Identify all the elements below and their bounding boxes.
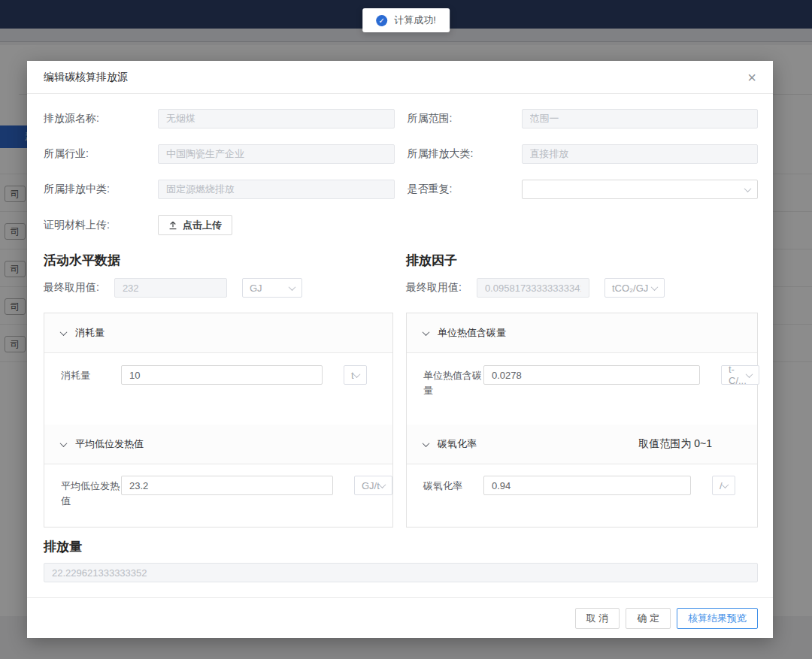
carbon-content-row-label: 单位热值含碳量 xyxy=(423,365,483,398)
source-name-label: 排放源名称: xyxy=(44,112,158,125)
cancel-button[interactable]: 取 消 xyxy=(575,608,620,629)
field-duplicate: 是否重复: xyxy=(408,180,759,199)
major-category-label: 所属排放大类: xyxy=(408,147,522,161)
mid-category-input xyxy=(158,180,395,199)
oxidation-rate-row-label: 碳氧化率 xyxy=(423,476,483,494)
success-toast: ✓ 计算成功! xyxy=(362,8,450,32)
close-icon[interactable]: × xyxy=(747,70,756,85)
consumption-panel-body: 消耗量 t xyxy=(44,353,392,425)
dialog-body: 排放源名称: 所属范围: 所属行业: 所属排放大类: 所属排放中类: 是否重复: xyxy=(27,94,773,597)
major-category-input xyxy=(522,144,759,164)
factor-section: 排放因子 最终取用值: tCO₂/GJ 单位热值含碳量 单位热值含碳 xyxy=(406,252,758,528)
consumption-panel-header[interactable]: 消耗量 xyxy=(44,313,392,353)
factor-final-input xyxy=(477,278,589,298)
carbon-content-unit-select: t-C/... xyxy=(721,365,759,385)
chevron-down-icon xyxy=(744,185,752,192)
toast-message: 计算成功! xyxy=(394,14,436,27)
oxidation-rate-panel-body: 碳氧化率 / xyxy=(407,464,757,527)
carbon-content-panel-body: 单位热值含碳量 t-C/... xyxy=(407,353,757,425)
source-name-input xyxy=(158,109,395,128)
field-industry: 所属行业: xyxy=(44,144,395,164)
consumption-unit-select: t xyxy=(344,365,367,385)
chevron-down-icon xyxy=(650,283,658,291)
consumption-panel-title: 消耗量 xyxy=(75,326,105,340)
scope-label: 所属范围: xyxy=(408,112,522,125)
activity-unit-value: GJ xyxy=(250,283,262,294)
factor-heading: 排放因子 xyxy=(406,252,758,269)
factor-unit-value: tCO₂/GJ xyxy=(612,283,648,294)
preview-result-button[interactable]: 核算结果预览 xyxy=(677,608,758,629)
dialog-footer: 取 消 确 定 核算结果预览 xyxy=(27,597,773,638)
chevron-down-icon xyxy=(423,440,430,447)
carbon-content-input[interactable] xyxy=(483,365,700,385)
activity-final-label: 最终取用值: xyxy=(44,281,99,295)
activity-final-row: 最终取用值: GJ xyxy=(44,278,393,298)
chevron-down-icon xyxy=(288,283,295,291)
carbon-content-unit: t-C/... xyxy=(729,364,747,386)
emission-heading: 排放量 xyxy=(44,538,758,555)
heating-value-panel-title: 平均低位发热值 xyxy=(75,437,144,451)
data-sections: 活动水平数据 最终取用值: GJ 消耗量 消耗量 xyxy=(44,252,758,528)
field-upload: 证明材料上传: 点击上传 xyxy=(44,215,395,235)
field-major-category: 所属排放大类: xyxy=(408,144,759,164)
chevron-down-icon xyxy=(745,370,753,378)
scope-input xyxy=(522,109,759,128)
confirm-button[interactable]: 确 定 xyxy=(626,608,671,629)
consumption-row-label: 消耗量 xyxy=(61,365,121,383)
heating-value-row-label: 平均低位发热值 xyxy=(61,476,121,508)
factor-collapse: 单位热值含碳量 单位热值含碳量 t-C/... xyxy=(406,313,758,528)
oxidation-rate-range-note: 取值范围为 0~1 xyxy=(638,437,712,451)
emission-total-input xyxy=(44,563,758,582)
duplicate-select[interactable] xyxy=(522,180,759,199)
chevron-down-icon xyxy=(60,328,68,336)
factor-final-label: 最终取用值: xyxy=(406,281,462,295)
industry-input xyxy=(158,144,395,164)
oxidation-rate-input[interactable] xyxy=(483,476,691,495)
upload-button-label: 点击上传 xyxy=(183,219,222,232)
chevron-down-icon xyxy=(423,328,430,336)
factor-final-row: 最终取用值: tCO₂/GJ xyxy=(406,278,758,298)
check-circle-icon: ✓ xyxy=(376,15,387,26)
heating-value-unit: GJ/t xyxy=(362,480,380,491)
field-source-name: 排放源名称: xyxy=(44,109,395,128)
field-scope: 所属范围: xyxy=(408,109,759,128)
dialog-title: 编辑碳核算排放源 xyxy=(44,71,128,84)
chevron-down-icon xyxy=(60,440,68,447)
industry-label: 所属行业: xyxy=(44,147,158,161)
oxidation-rate-unit-select: / xyxy=(712,476,735,495)
heating-value-panel-header[interactable]: 平均低位发热值 xyxy=(44,425,392,464)
upload-icon xyxy=(168,221,177,230)
mid-category-label: 所属排放中类: xyxy=(44,183,158,196)
upload-label: 证明材料上传: xyxy=(44,219,158,232)
consumption-input[interactable] xyxy=(121,365,323,385)
carbon-content-panel-title: 单位热值含碳量 xyxy=(438,326,506,340)
carbon-content-panel-header[interactable]: 单位热值含碳量 xyxy=(407,313,757,353)
dialog-header: 编辑碳核算排放源 × xyxy=(27,61,773,94)
heating-value-panel-body: 平均低位发热值 GJ/t xyxy=(44,464,392,527)
edit-emission-source-dialog: 编辑碳核算排放源 × 排放源名称: 所属范围: 所属行业: 所属排放大类: 所属… xyxy=(27,61,773,638)
activity-final-input xyxy=(114,278,227,298)
oxidation-rate-panel-header[interactable]: 碳氧化率 取值范围为 0~1 xyxy=(407,425,757,464)
activity-collapse: 消耗量 消耗量 t 平均低位发 xyxy=(44,313,393,528)
activity-unit-select: GJ xyxy=(242,278,302,298)
oxidation-rate-panel-title: 碳氧化率 xyxy=(438,437,477,451)
basic-info-form: 排放源名称: 所属范围: 所属行业: 所属排放大类: 所属排放中类: 是否重复: xyxy=(44,109,758,235)
activity-section: 活动水平数据 最终取用值: GJ 消耗量 消耗量 xyxy=(44,252,393,528)
heating-value-unit-select: GJ/t xyxy=(354,476,392,495)
duplicate-label: 是否重复: xyxy=(408,183,522,196)
activity-heading: 活动水平数据 xyxy=(44,252,393,269)
heating-value-input[interactable] xyxy=(121,476,333,495)
field-mid-category: 所属排放中类: xyxy=(44,180,395,199)
factor-unit-select: tCO₂/GJ xyxy=(604,278,665,298)
upload-button[interactable]: 点击上传 xyxy=(158,215,232,235)
